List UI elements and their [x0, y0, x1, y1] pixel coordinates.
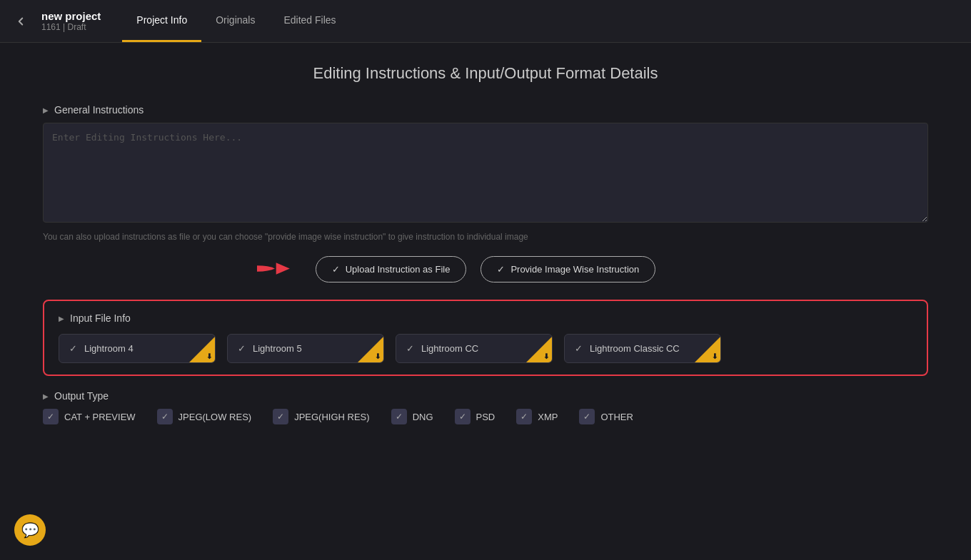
- lr4-check-icon: ✓: [69, 343, 77, 354]
- lrclassic-label: Lightroom Classic CC: [590, 343, 680, 354]
- xmp-check: ✓: [516, 409, 532, 424]
- general-instructions-label: General Instructions: [54, 104, 144, 116]
- psd-label: PSD: [476, 412, 495, 422]
- nav-tabs: Project Info Originals Edited Files: [122, 0, 350, 42]
- chevron-right-icon: ▶: [43, 106, 49, 114]
- lrcc-download-corner: ⬇: [526, 337, 552, 362]
- general-instructions-section: ▶ General Instructions You can also uplo…: [43, 104, 928, 242]
- lr5-download-corner: ⬇: [358, 337, 383, 362]
- lrcc-label: Lightroom CC: [421, 343, 478, 354]
- jpeg-low-check: ✓: [157, 409, 173, 424]
- back-button[interactable]: [14, 15, 27, 28]
- lr4-label: Lightroom 4: [84, 343, 134, 354]
- output-chevron-icon: ▶: [43, 392, 49, 400]
- output-items-list: ✓ CAT + PREVIEW ✓ JPEG(LOW RES) ✓ JPEG(H…: [43, 409, 928, 424]
- output-dng[interactable]: ✓ DNG: [391, 409, 433, 424]
- output-jpeg-high[interactable]: ✓ JPEG(HIGH RES): [273, 409, 369, 424]
- output-type-header[interactable]: ▶ Output Type: [43, 390, 928, 402]
- action-buttons-row: ✓ Upload Instruction as File ✓ Provide I…: [43, 256, 928, 282]
- project-meta: 1161 | Draft: [41, 22, 101, 32]
- tab-project-info[interactable]: Project Info: [122, 0, 201, 42]
- output-psd[interactable]: ✓ PSD: [455, 409, 495, 424]
- tab-edited-files[interactable]: Edited Files: [269, 0, 350, 42]
- output-jpeg-low[interactable]: ✓ JPEG(LOW RES): [157, 409, 252, 424]
- input-file-header[interactable]: ▶ Input File Info: [59, 312, 912, 324]
- lrcc-check-icon: ✓: [406, 343, 414, 354]
- lr4-card[interactable]: ✓ Lightroom 4 ⬇: [59, 334, 216, 363]
- lrclassic-card[interactable]: ✓ Lightroom Classic CC ⬇: [564, 334, 721, 363]
- tab-originals[interactable]: Originals: [201, 0, 269, 42]
- provide-image-wise-label: Provide Image Wise Instruction: [510, 264, 639, 275]
- output-type-label: Output Type: [54, 390, 109, 402]
- general-instructions-header[interactable]: ▶ General Instructions: [43, 104, 928, 116]
- check-icon: ✓: [332, 264, 340, 275]
- xmp-label: XMP: [538, 412, 558, 422]
- check-icon-2: ✓: [497, 264, 505, 275]
- output-cat-preview[interactable]: ✓ CAT + PREVIEW: [43, 409, 136, 424]
- lrcc-card[interactable]: ✓ Lightroom CC ⬇: [396, 334, 553, 363]
- arrow-indicator: [257, 258, 293, 281]
- provide-image-wise-button[interactable]: ✓ Provide Image Wise Instruction: [481, 256, 655, 282]
- input-file-section: ▶ Input File Info ✓ Lightroom 4 ⬇ ✓ Ligh…: [43, 300, 928, 376]
- other-check: ✓: [579, 409, 595, 424]
- input-chevron-icon: ▶: [59, 315, 64, 322]
- download-icon-4: ⬇: [712, 352, 718, 360]
- info-text: You can also upload instructions as file…: [43, 232, 928, 242]
- other-label: OTHER: [600, 412, 633, 422]
- jpeg-high-label: JPEG(HIGH RES): [294, 412, 369, 422]
- lrclassic-check-icon: ✓: [575, 343, 583, 354]
- project-info-header: new project 1161 | Draft: [41, 10, 101, 32]
- download-icon-3: ⬇: [543, 352, 549, 360]
- lr5-check-icon: ✓: [238, 343, 246, 354]
- lightroom-cards: ✓ Lightroom 4 ⬇ ✓ Lightroom 5 ⬇ ✓: [59, 334, 912, 363]
- chat-button[interactable]: 💬: [14, 514, 46, 546]
- lr4-download-corner: ⬇: [189, 337, 215, 362]
- jpeg-low-label: JPEG(LOW RES): [178, 412, 252, 422]
- psd-check: ✓: [455, 409, 471, 424]
- cat-preview-label: CAT + PREVIEW: [64, 412, 136, 422]
- lrclassic-download-corner: ⬇: [695, 337, 720, 362]
- cat-preview-check: ✓: [43, 409, 59, 424]
- chat-icon: 💬: [21, 521, 39, 539]
- lr5-card[interactable]: ✓ Lightroom 5 ⬇: [227, 334, 384, 363]
- jpeg-high-check: ✓: [273, 409, 288, 424]
- download-icon: ⬇: [206, 352, 212, 360]
- output-other[interactable]: ✓ OTHER: [579, 409, 633, 424]
- output-xmp[interactable]: ✓ XMP: [516, 409, 558, 424]
- instruction-textarea[interactable]: [43, 123, 928, 223]
- download-icon-2: ⬇: [375, 352, 381, 360]
- header: new project 1161 | Draft Project Info Or…: [0, 0, 971, 43]
- dng-label: DNG: [413, 412, 433, 422]
- upload-instruction-button[interactable]: ✓ Upload Instruction as File: [316, 256, 467, 282]
- lr5-label: Lightroom 5: [253, 343, 302, 354]
- page-title: Editing Instructions & Input/Output Form…: [43, 64, 928, 83]
- dng-check: ✓: [391, 409, 407, 424]
- main-content: Editing Instructions & Input/Output Form…: [14, 43, 957, 460]
- input-file-label: Input File Info: [70, 312, 131, 324]
- project-name: new project: [41, 10, 101, 22]
- upload-instruction-label: Upload Instruction as File: [346, 264, 451, 275]
- output-type-section: ▶ Output Type ✓ CAT + PREVIEW ✓ JPEG(LOW…: [43, 390, 928, 424]
